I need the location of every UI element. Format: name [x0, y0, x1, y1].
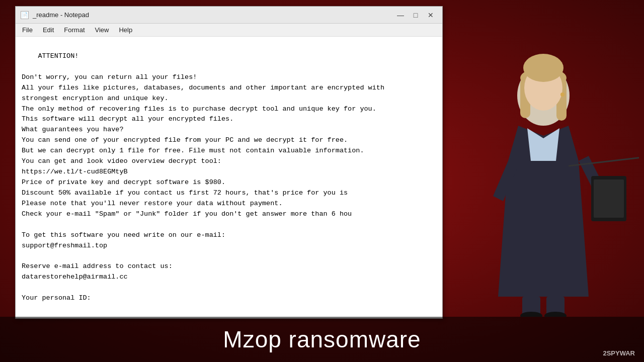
- person-svg: [448, 5, 639, 317]
- minimize-button[interactable]: —: [394, 10, 407, 21]
- text-content[interactable]: ATTENTION! Don't worry, you can return a…: [16, 37, 442, 318]
- window-title: _readme - Notepad: [33, 11, 89, 19]
- svg-point-13: [560, 93, 565, 97]
- watermark: 2SPYWAR: [603, 349, 635, 357]
- title-bar: 📄 _readme - Notepad — □ ✕: [16, 7, 442, 24]
- person-image: [443, 0, 644, 317]
- maximize-button[interactable]: □: [409, 10, 422, 21]
- caption-text: Mzop ransomware: [223, 326, 421, 353]
- svg-rect-7: [594, 179, 624, 218]
- menu-help[interactable]: Help: [114, 25, 137, 35]
- title-bar-left: 📄 _readme - Notepad: [21, 11, 89, 19]
- menu-edit[interactable]: Edit: [38, 25, 58, 35]
- menu-view[interactable]: View: [91, 25, 114, 35]
- notepad-icon: 📄: [21, 11, 29, 19]
- notepad-window: 📄 _readme - Notepad — □ ✕ File Edit Form…: [15, 6, 443, 319]
- menu-format[interactable]: Format: [59, 25, 89, 35]
- window-controls: — □ ✕: [394, 10, 437, 21]
- menu-file[interactable]: File: [18, 25, 37, 35]
- menu-bar: File Edit Format View Help: [16, 24, 442, 37]
- close-button[interactable]: ✕: [424, 10, 437, 21]
- svg-point-5: [523, 54, 564, 82]
- watermark-text: 2SPYWAR: [603, 349, 635, 357]
- ransom-note-text: ATTENTION! Don't worry, you can return a…: [22, 52, 384, 302]
- caption-bar: Mzop ransomware: [0, 317, 644, 362]
- icon-char: 📄: [22, 12, 28, 18]
